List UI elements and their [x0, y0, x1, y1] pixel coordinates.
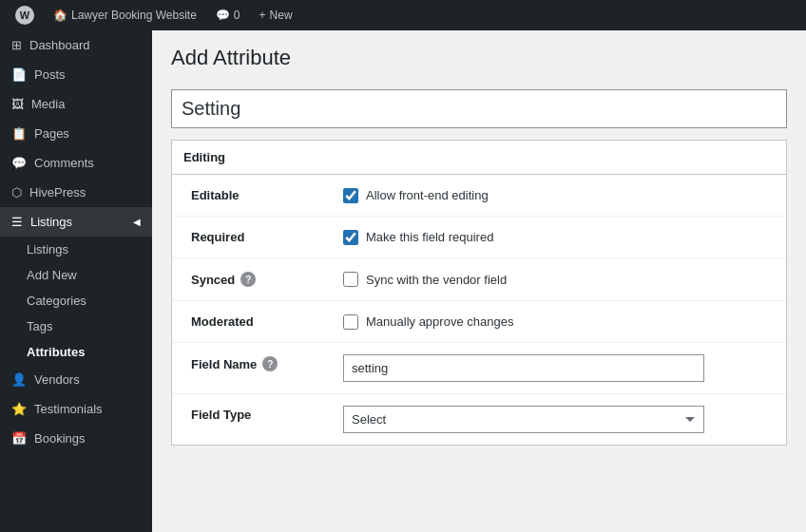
sidebar-item-posts[interactable]: 📄 Posts [0, 60, 152, 89]
sidebar-label-posts: Posts [34, 67, 66, 82]
new-label: New [270, 9, 293, 22]
checkbox-text-editable: Allow front-end editing [366, 188, 489, 202]
checkbox-label-synced[interactable]: Sync with the vendor field [343, 272, 767, 287]
main-layout: ⊞ Dashboard 📄 Posts 🖼 Media 📋 Pages 💬 Co… [0, 30, 806, 532]
table-row-field-type: Field Type Select Text Number Date [172, 394, 786, 446]
field-editable: Allow front-end editing [343, 175, 786, 217]
pages-icon: 📋 [11, 126, 27, 141]
site-name-button[interactable]: 🏠 Lawyer Booking Website [46, 0, 204, 30]
sidebar-sub-listings[interactable]: Listings [0, 237, 152, 262]
sidebar-sub-categories[interactable]: Categories [0, 288, 152, 314]
sidebar: ⊞ Dashboard 📄 Posts 🖼 Media 📋 Pages 💬 Co… [0, 30, 152, 532]
meta-box-header: Editing [172, 141, 786, 175]
listings-submenu: Listings Add New Categories Tags Attribu… [0, 237, 152, 365]
checkbox-text-synced: Sync with the vendor field [366, 273, 507, 287]
field-field-name [343, 343, 786, 394]
plus-icon: + [259, 9, 266, 22]
label-synced: Synced ? [172, 258, 343, 301]
sidebar-item-bookings[interactable]: 📅 Bookings [0, 424, 152, 453]
checkbox-synced[interactable] [343, 272, 358, 287]
meta-box-body: Editable Allow front-end editing [172, 175, 786, 445]
select-wrapper-field-type: Select Text Number Date Checkbox [343, 406, 704, 433]
checkbox-label-required[interactable]: Make this field required [343, 230, 767, 245]
page-title: Add Attribute [171, 46, 787, 70]
sidebar-label-testimonials: Testimonials [34, 402, 103, 416]
sidebar-sub-tags[interactable]: Tags [0, 314, 152, 339]
site-name-label: Lawyer Booking Website [71, 9, 197, 22]
sidebar-item-hivepress[interactable]: ⬡ HivePress [0, 178, 152, 207]
help-icon-field-name[interactable]: ? [262, 356, 278, 371]
checkbox-text-required: Make this field required [366, 230, 493, 244]
admin-bar: W 🏠 Lawyer Booking Website 💬 0 + New [0, 0, 806, 30]
table-row-field-name: Field Name ? [172, 343, 786, 394]
sidebar-item-media[interactable]: 🖼 Media [0, 89, 152, 119]
new-content-button[interactable]: + New [252, 0, 300, 30]
label-moderated: Moderated [172, 301, 343, 343]
checkbox-label-moderated[interactable]: Manually approve changes [343, 314, 767, 330]
th-fieldname-inner: Field Name ? [191, 356, 334, 371]
help-icon-synced[interactable]: ? [240, 272, 256, 287]
sidebar-item-comments[interactable]: 💬 Comments [0, 148, 152, 178]
sidebar-sub-add-new[interactable]: Add New [0, 262, 152, 288]
sidebar-label-vendors: Vendors [34, 372, 80, 387]
comments-nav-icon: 💬 [11, 156, 27, 170]
field-synced: Sync with the vendor field [343, 258, 786, 301]
form-wrap: Editing Editable [152, 89, 806, 446]
sidebar-sub-attributes[interactable]: Attributes [0, 339, 152, 365]
editing-meta-box: Editing Editable [171, 140, 787, 446]
comments-icon: 💬 [216, 9, 230, 22]
checkbox-moderated[interactable] [343, 314, 358, 330]
attribute-name-input[interactable] [171, 89, 787, 128]
field-moderated: Manually approve changes [343, 301, 786, 343]
sidebar-label-media: Media [31, 97, 65, 111]
sidebar-label-hivepress: HivePress [29, 185, 86, 200]
wp-logo-icon: W [15, 6, 34, 25]
sidebar-label-pages: Pages [34, 126, 69, 141]
sidebar-item-vendors[interactable]: 👤 Vendors [0, 365, 152, 394]
checkbox-editable[interactable] [343, 188, 358, 203]
wp-logo-button[interactable]: W [8, 0, 42, 30]
label-field-name: Field Name ? [172, 343, 343, 394]
field-name-input[interactable] [343, 354, 704, 382]
sidebar-label-listings: Listings [30, 215, 72, 229]
field-field-type: Select Text Number Date Checkbox [343, 394, 786, 446]
home-icon: 🏠 [53, 9, 67, 22]
field-required: Make this field required [343, 217, 786, 258]
table-row-synced: Synced ? Sync with the vendor field [172, 258, 786, 301]
th-synced-inner: Synced ? [191, 272, 334, 287]
form-table: Editable Allow front-end editing [172, 175, 786, 445]
content-area: Add Attribute Editing Editable [152, 30, 806, 532]
sidebar-label-dashboard: Dashboard [29, 38, 90, 52]
testimonials-icon: ⭐ [11, 402, 27, 416]
checkbox-label-editable[interactable]: Allow front-end editing [343, 188, 767, 203]
page-header: Add Attribute [152, 30, 806, 89]
hivepress-icon: ⬡ [11, 185, 22, 200]
media-icon: 🖼 [11, 97, 24, 111]
sidebar-item-testimonials[interactable]: ⭐ Testimonials [0, 394, 152, 424]
label-editable: Editable [172, 175, 343, 217]
listings-arrow-icon: ◀ [133, 217, 141, 227]
dashboard-icon: ⊞ [11, 38, 22, 52]
field-type-select[interactable]: Select Text Number Date Checkbox [343, 406, 704, 433]
sidebar-label-comments: Comments [34, 156, 94, 170]
table-row-editable: Editable Allow front-end editing [172, 175, 786, 217]
comments-button[interactable]: 💬 0 [208, 0, 248, 30]
sidebar-label-bookings: Bookings [34, 431, 85, 446]
comments-count: 0 [234, 9, 240, 22]
sidebar-item-dashboard[interactable]: ⊞ Dashboard [0, 30, 152, 60]
listings-icon: ☰ [11, 215, 23, 229]
checkbox-text-moderated: Manually approve changes [366, 314, 513, 329]
table-row-moderated: Moderated Manually approve changes [172, 301, 786, 343]
sidebar-item-pages[interactable]: 📋 Pages [0, 119, 152, 148]
label-field-type: Field Type [172, 394, 343, 446]
sidebar-item-listings[interactable]: ☰ Listings ◀ [0, 207, 152, 237]
table-row-required: Required Make this field required [172, 217, 786, 258]
checkbox-required[interactable] [343, 230, 358, 245]
posts-icon: 📄 [11, 67, 27, 82]
vendors-icon: 👤 [11, 372, 27, 387]
bookings-icon: 📅 [11, 431, 27, 446]
label-required: Required [172, 217, 343, 258]
